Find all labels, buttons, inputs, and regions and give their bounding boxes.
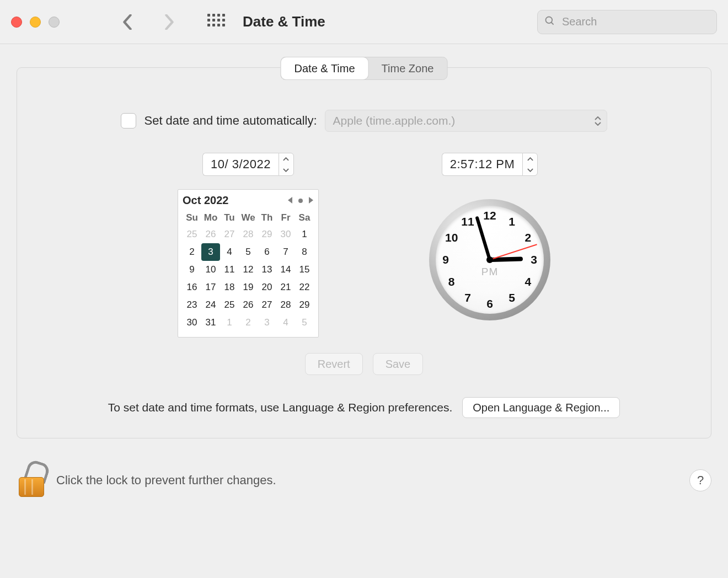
calendar-day[interactable]: 18 (220, 279, 239, 296)
calendar-day[interactable]: 25 (183, 226, 201, 243)
clock-numeral: 4 (524, 275, 531, 288)
calendar-day[interactable]: 14 (276, 261, 295, 279)
clock-numeral: 2 (524, 231, 531, 244)
calendar-day[interactable]: 8 (295, 243, 314, 261)
clock-numeral: 12 (483, 209, 496, 222)
window-title: Date & Time (243, 13, 537, 30)
tab-time-zone[interactable]: Time Zone (368, 57, 447, 79)
time-server-select[interactable]: Apple (time.apple.com.) (325, 110, 607, 132)
calendar-day[interactable]: 28 (276, 296, 295, 314)
clock-numeral: 7 (464, 291, 471, 304)
close-window-button[interactable] (11, 17, 22, 28)
calendar-day[interactable]: 20 (258, 279, 276, 296)
calendar-day[interactable]: 13 (258, 261, 276, 279)
calendar-day[interactable]: 26 (239, 296, 258, 314)
minimize-window-button[interactable] (30, 17, 41, 28)
calendar-dow: Su (183, 210, 201, 226)
open-language-region-button[interactable]: Open Language & Region... (462, 397, 620, 418)
calendar-day[interactable]: 26 (201, 226, 220, 243)
calendar-day[interactable]: 9 (183, 261, 201, 279)
calendar-day[interactable]: 30 (183, 314, 201, 331)
calendar-today-button[interactable] (298, 199, 303, 203)
date-stepper[interactable]: 10/ 3/2022 (202, 153, 294, 176)
revert-button[interactable]: Revert (305, 353, 363, 375)
clock-center-cap (486, 256, 493, 263)
calendar-day[interactable]: 4 (276, 314, 295, 331)
calendar-dow: Fr (276, 210, 295, 226)
back-button[interactable] (120, 15, 135, 29)
time-stepper-buttons[interactable] (522, 153, 538, 176)
calendar-day[interactable]: 2 (239, 314, 258, 331)
calendar-dow: Th (258, 210, 276, 226)
select-chevrons-icon (595, 116, 601, 126)
calendar[interactable]: Oct 2022 SuMoTuWeThFrSa25262728293012345… (178, 189, 319, 338)
calendar-day[interactable]: 1 (220, 314, 239, 331)
search-input[interactable] (561, 15, 710, 29)
footer: Click the lock to prevent further change… (0, 452, 728, 497)
calendar-day[interactable]: 10 (201, 261, 220, 279)
calendar-day[interactable]: 1 (295, 226, 314, 243)
calendar-dow: We (239, 210, 258, 226)
calendar-day[interactable]: 7 (276, 243, 295, 261)
lock-icon[interactable] (17, 464, 46, 497)
calendar-day[interactable]: 24 (201, 296, 220, 314)
date-stepper-buttons[interactable] (279, 153, 294, 176)
calendar-day[interactable]: 5 (295, 314, 314, 331)
calendar-day[interactable]: 29 (295, 296, 314, 314)
calendar-day[interactable]: 29 (258, 226, 276, 243)
clock-numeral: 9 (442, 253, 449, 266)
date-column: 10/ 3/2022 Oct 2022 SuMoTuWeThFrSa252627… (178, 153, 319, 338)
calendar-day[interactable]: 15 (295, 261, 314, 279)
time-stepper-down[interactable] (523, 164, 537, 175)
calendar-day[interactable]: 31 (201, 314, 220, 331)
clock-numeral: 11 (461, 215, 474, 228)
auto-time-row: Set date and time automatically: Apple (… (17, 110, 711, 132)
calendar-day[interactable]: 22 (295, 279, 314, 296)
calendar-day[interactable]: 28 (239, 226, 258, 243)
show-all-icon[interactable] (207, 14, 224, 30)
calendar-day[interactable]: 11 (220, 261, 239, 279)
svg-point-0 (546, 17, 553, 23)
time-stepper-value[interactable]: 2:57:12 PM (442, 153, 523, 176)
lock-text: Click the lock to prevent further change… (56, 473, 276, 488)
calendar-day[interactable]: 16 (183, 279, 201, 296)
help-button[interactable]: ? (689, 469, 711, 491)
calendar-day[interactable]: 2 (183, 243, 201, 261)
hint-row: To set date and time formats, use Langua… (17, 397, 711, 438)
hint-text: To set date and time formats, use Langua… (108, 401, 453, 414)
calendar-day[interactable]: 30 (276, 226, 295, 243)
date-stepper-up[interactable] (279, 153, 293, 164)
calendar-day[interactable]: 27 (220, 226, 239, 243)
save-button[interactable]: Save (373, 353, 424, 375)
search-field[interactable] (537, 10, 717, 34)
window-controls (11, 17, 60, 28)
clock-numeral: 10 (445, 231, 458, 244)
calendar-day[interactable]: 5 (239, 243, 258, 261)
calendar-day[interactable]: 3 (201, 243, 220, 261)
auto-time-checkbox[interactable] (121, 113, 136, 129)
time-stepper[interactable]: 2:57:12 PM (442, 153, 538, 176)
clock-numeral: 3 (531, 253, 537, 266)
date-stepper-value[interactable]: 10/ 3/2022 (202, 153, 279, 176)
calendar-day[interactable]: 6 (258, 243, 276, 261)
calendar-day[interactable]: 21 (276, 279, 295, 296)
calendar-day[interactable]: 3 (258, 314, 276, 331)
calendar-day[interactable]: 23 (183, 296, 201, 314)
tab-bar: Date & Time Time Zone (281, 57, 448, 80)
forward-button[interactable] (162, 15, 176, 29)
calendar-prev-month[interactable] (287, 196, 293, 206)
clock-ampm-label: PM (481, 266, 499, 278)
calendar-dow: Mo (201, 210, 220, 226)
time-stepper-up[interactable] (523, 153, 537, 164)
calendar-day[interactable]: 17 (201, 279, 220, 296)
calendar-day[interactable]: 27 (258, 296, 276, 314)
calendar-day[interactable]: 4 (220, 243, 239, 261)
zoom-window-button[interactable] (49, 17, 60, 28)
calendar-next-month[interactable] (308, 196, 314, 206)
calendar-day[interactable]: 12 (239, 261, 258, 279)
action-buttons: Revert Save (17, 353, 711, 375)
calendar-day[interactable]: 25 (220, 296, 239, 314)
date-stepper-down[interactable] (279, 164, 293, 175)
calendar-day[interactable]: 19 (239, 279, 258, 296)
tab-date-time[interactable]: Date & Time (281, 57, 368, 79)
